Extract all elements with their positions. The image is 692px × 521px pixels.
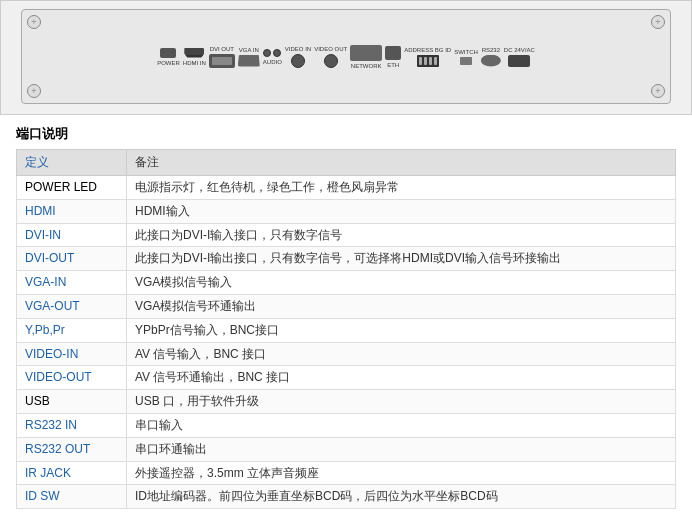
- rj45-port-group: ETH: [385, 46, 401, 68]
- table-cell-note: 串口输入: [127, 413, 676, 437]
- table-row: IR JACK外接遥控器，3.5mm 立体声音频座: [17, 461, 676, 485]
- rs232-port: [481, 55, 501, 67]
- dip-switches: [417, 55, 439, 67]
- device-diagram: POWER HDMI IN DVI OUT VGA IN: [0, 0, 692, 115]
- table-cell-def: RS232 IN: [17, 413, 127, 437]
- table-cell-def: VIDEO-OUT: [17, 366, 127, 390]
- rs232-top-label: RS232: [482, 47, 500, 53]
- video-out-port-group: VIDEO OUT: [314, 46, 347, 68]
- vga-top-label: VGA IN: [239, 47, 259, 53]
- table-cell-note: USB 口，用于软件升级: [127, 390, 676, 414]
- table-cell-def: RS232 OUT: [17, 437, 127, 461]
- hdmi-label: HDMI IN: [183, 60, 206, 66]
- table-row: VGA-INVGA模拟信号输入: [17, 271, 676, 295]
- video-in-port: [291, 54, 305, 68]
- network-label: NETWORK: [351, 63, 382, 69]
- table-cell-def: DVI-OUT: [17, 247, 127, 271]
- table-row: HDMIHDMI输入: [17, 199, 676, 223]
- table-row: DVI-OUT此接口为DVI-I输出接口，只有数字信号，可选择将HDMI或DVI…: [17, 247, 676, 271]
- table-row: ID SWID地址编码器。前四位为垂直坐标BCD码，后四位为水平坐标BCD码: [17, 485, 676, 509]
- table-cell-def: ID SW: [17, 485, 127, 509]
- table-cell-def: VGA-IN: [17, 271, 127, 295]
- table-cell-def: DVI-IN: [17, 223, 127, 247]
- video-in-top-label: VIDEO IN: [285, 46, 311, 52]
- dc-port-group: DC 24V/AC: [504, 47, 535, 67]
- table-cell-note: HDMI输入: [127, 199, 676, 223]
- table-cell-def: VGA-OUT: [17, 294, 127, 318]
- table-row: VIDEO-OUTAV 信号环通输出，BNC 接口: [17, 366, 676, 390]
- switch-port-group: SWITCH: [454, 49, 478, 65]
- ypbpr-port-group: NETWORK: [350, 45, 382, 69]
- dvi-out-port: [209, 54, 235, 68]
- dip-4: [434, 57, 437, 65]
- screw-bl: [27, 84, 41, 98]
- table-cell-note: AV 信号环通输出，BNC 接口: [127, 366, 676, 390]
- switch-btn: [460, 57, 472, 65]
- power-label: POWER: [157, 60, 180, 66]
- screw-tr: [651, 15, 665, 29]
- dip-1: [419, 57, 422, 65]
- table-row: RS232 OUT串口环通输出: [17, 437, 676, 461]
- rj45-label: ETH: [387, 62, 399, 68]
- table-cell-note: YPbPr信号输入，BNC接口: [127, 318, 676, 342]
- screw-br: [651, 84, 665, 98]
- audio-port-2: [273, 49, 281, 57]
- dip-2: [424, 57, 427, 65]
- ports-row: POWER HDMI IN DVI OUT VGA IN: [30, 45, 662, 69]
- dip-top-label: ADDRESS BG ID: [404, 47, 451, 53]
- table-row: RS232 IN串口输入: [17, 413, 676, 437]
- switch-top-label: SWITCH: [454, 49, 478, 55]
- table-cell-def: HDMI: [17, 199, 127, 223]
- hdmi-port: [184, 48, 204, 58]
- table-cell-def: USB: [17, 390, 127, 414]
- dc-port: [508, 55, 530, 67]
- table-cell-def: POWER LED: [17, 176, 127, 200]
- table-row: POWER LED电源指示灯，红色待机，绿色工作，橙色风扇异常: [17, 176, 676, 200]
- section-title: 端口说明: [0, 115, 692, 149]
- table-cell-def: IR JACK: [17, 461, 127, 485]
- screw-tl: [27, 15, 41, 29]
- power-port: [160, 48, 176, 58]
- table-cell-def: VIDEO-IN: [17, 342, 127, 366]
- header-def: 定义: [17, 150, 127, 176]
- dc-top-label: DC 24V/AC: [504, 47, 535, 53]
- table-cell-note: VGA模拟信号环通输出: [127, 294, 676, 318]
- table-row: USBUSB 口，用于软件升级: [17, 390, 676, 414]
- table-row: VGA-OUTVGA模拟信号环通输出: [17, 294, 676, 318]
- vga-port-group: VGA IN: [238, 47, 260, 67]
- rs232-port-group: RS232: [481, 47, 501, 67]
- audio-port-group: AUDIO: [263, 49, 282, 65]
- dip-3: [429, 57, 432, 65]
- dip-port-group: ADDRESS BG ID: [404, 47, 451, 67]
- network-port: [350, 45, 382, 61]
- table-body: POWER LED电源指示灯，红色待机，绿色工作，橙色风扇异常HDMIHDMI输…: [17, 176, 676, 509]
- table-row: VIDEO-INAV 信号输入，BNC 接口: [17, 342, 676, 366]
- rear-panel: POWER HDMI IN DVI OUT VGA IN: [21, 9, 671, 104]
- table-cell-def: Y,Pb,Pr: [17, 318, 127, 342]
- video-out-top-label: VIDEO OUT: [314, 46, 347, 52]
- dvi-out-top-label: DVI OUT: [210, 46, 234, 52]
- vga-port: [238, 55, 260, 67]
- table-cell-note: 串口环通输出: [127, 437, 676, 461]
- table-cell-note: 此接口为DVI-I输入接口，只有数字信号: [127, 223, 676, 247]
- hdmi-port-group: HDMI IN: [183, 48, 206, 66]
- table-cell-note: 此接口为DVI-I输出接口，只有数字信号，可选择将HDMI或DVI输入信号环接输…: [127, 247, 676, 271]
- table-header-row: 定义 备注: [17, 150, 676, 176]
- table-cell-note: VGA模拟信号输入: [127, 271, 676, 295]
- table-cell-note: AV 信号输入，BNC 接口: [127, 342, 676, 366]
- ports-table: 定义 备注 POWER LED电源指示灯，红色待机，绿色工作，橙色风扇异常HDM…: [16, 149, 676, 509]
- audio-ports: [263, 49, 281, 57]
- audio-port-1: [263, 49, 271, 57]
- audio-label: AUDIO: [263, 59, 282, 65]
- table-row: Y,Pb,PrYPbPr信号输入，BNC接口: [17, 318, 676, 342]
- table-cell-note: ID地址编码器。前四位为垂直坐标BCD码，后四位为水平坐标BCD码: [127, 485, 676, 509]
- table-row: DVI-IN此接口为DVI-I输入接口，只有数字信号: [17, 223, 676, 247]
- table-cell-note: 外接遥控器，3.5mm 立体声音频座: [127, 461, 676, 485]
- video-in-port-group: VIDEO IN: [285, 46, 311, 68]
- rj45-port: [385, 46, 401, 60]
- power-port-group: POWER: [157, 48, 180, 66]
- header-note: 备注: [127, 150, 676, 176]
- video-out-port: [324, 54, 338, 68]
- dvi-out-port-group: DVI OUT: [209, 46, 235, 68]
- table-cell-note: 电源指示灯，红色待机，绿色工作，橙色风扇异常: [127, 176, 676, 200]
